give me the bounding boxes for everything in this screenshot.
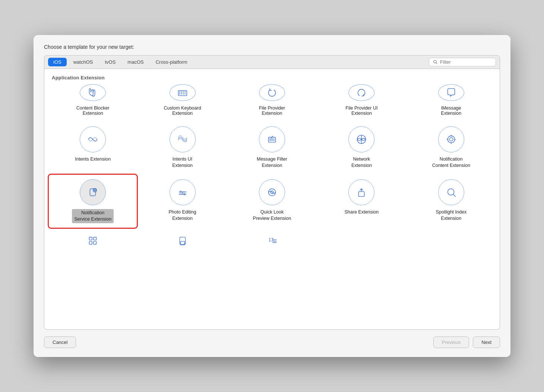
grid4-icon-wrap	[86, 234, 100, 249]
intents-label: Intents Extension	[75, 156, 111, 162]
notification-content-icon	[444, 132, 458, 146]
card-icon-wrap	[175, 234, 190, 249]
partial-item-4[interactable]	[317, 84, 406, 103]
svg-line-1	[436, 63, 437, 64]
photo-editing-icon	[175, 185, 190, 199]
card-icon	[175, 234, 190, 248]
network-label: NetworkExtension	[351, 156, 372, 169]
label-content-blocker: Content BlockerExtension	[48, 103, 137, 121]
tab-crossplatform[interactable]: Cross-platform	[151, 58, 193, 66]
spotlight-icon-wrap	[438, 179, 464, 205]
item-network[interactable]: NetworkExtension	[317, 121, 406, 174]
item-intents[interactable]: Intents Extension	[48, 121, 137, 174]
tab-ios[interactable]: iOS	[48, 58, 67, 66]
list17-icon: 17	[265, 234, 279, 248]
filter-container	[429, 58, 496, 66]
label-file-provider-ui: File Provider UIExtension	[317, 103, 406, 121]
partial-item-3[interactable]	[227, 84, 317, 103]
svg-point-36	[447, 189, 454, 195]
partial-top-row	[44, 84, 500, 103]
svg-rect-34	[359, 192, 364, 196]
notification-content-label: NotificationContent Extension	[432, 156, 470, 169]
tab-watchos[interactable]: watchOS	[68, 58, 98, 66]
photo-editing-label: Photo EditingExtension	[168, 209, 196, 222]
refresh2-partial-icon	[354, 86, 369, 100]
label-imessage: iMessageExtension	[407, 103, 496, 121]
speech-partial-icon	[444, 86, 458, 100]
filter-input[interactable]	[440, 59, 488, 65]
svg-rect-38	[89, 237, 92, 240]
tab-tvos[interactable]: tvOS	[99, 58, 121, 66]
intents-ui-label: Intents UIExtension	[172, 156, 193, 169]
item-spotlight[interactable]: Spotlight IndexExtension	[407, 174, 496, 228]
item-share[interactable]: Share Extension	[317, 174, 406, 228]
svg-rect-40	[89, 241, 92, 244]
dialog: Choose a template for your new target: i…	[34, 35, 510, 357]
partial-item-5[interactable]	[407, 84, 496, 103]
row3-grid: NotificationService Extension Photo Edit…	[44, 174, 500, 228]
notif-service-icon-wrap	[80, 179, 106, 205]
photo-editing-icon-wrap	[170, 179, 196, 205]
message-filter-label: Message FilterExtension	[257, 156, 287, 169]
previous-button[interactable]: Previous	[433, 336, 469, 348]
bottom-item-2[interactable]	[137, 228, 227, 249]
intents-ui-icon-wrap	[170, 126, 196, 152]
item-photo-editing[interactable]: Photo EditingExtension	[137, 174, 227, 228]
refresh-partial-icon	[265, 86, 279, 100]
notification-content-icon-wrap	[438, 126, 464, 152]
svg-line-37	[453, 194, 455, 196]
list17-icon-wrap: 17	[265, 234, 279, 249]
svg-rect-2	[178, 91, 187, 95]
grid4-icon	[86, 234, 100, 248]
message-filter-icon	[265, 132, 279, 146]
cancel-button[interactable]: Cancel	[44, 336, 76, 348]
spotlight-label: Spotlight IndexExtension	[436, 209, 466, 222]
dialog-title: Choose a template for your new target:	[44, 44, 500, 50]
network-icon-wrap	[348, 126, 374, 152]
item-notification-content[interactable]: NotificationContent Extension	[407, 121, 496, 174]
svg-point-0	[434, 60, 436, 63]
spotlight-icon	[444, 185, 458, 199]
item-message-filter[interactable]: Message FilterExtension	[227, 121, 317, 174]
svg-rect-41	[94, 241, 97, 244]
item-notification-service[interactable]: NotificationService Extension	[48, 174, 137, 228]
bottom-item-3[interactable]: 17	[227, 228, 317, 249]
content-area: Application Extension	[44, 69, 500, 330]
tab-macos[interactable]: macOS	[122, 58, 149, 66]
footer-right: Previous Next	[433, 336, 500, 348]
row2-grid: Intents Extension Intents UIExtension	[44, 121, 500, 174]
partial-item-1[interactable]	[48, 84, 137, 103]
quick-look-icon	[265, 185, 279, 199]
bottom-partial-row: 17	[44, 228, 500, 249]
item-intents-ui[interactable]: Intents UIExtension	[137, 121, 227, 174]
item-quick-look[interactable]: Quick LookPreview Extension	[227, 174, 317, 228]
message-filter-icon-wrap	[259, 126, 285, 152]
svg-rect-11	[268, 137, 275, 142]
share-icon-wrap	[348, 179, 374, 205]
notif-service-icon	[86, 185, 100, 199]
intents-icon-wrap	[80, 126, 106, 152]
row1-labels: Content BlockerExtension Custom Keyboard…	[44, 103, 500, 121]
keyboard-partial-icon	[175, 86, 190, 100]
section-header: Application Extension	[44, 73, 500, 84]
intents-ui-icon	[175, 132, 190, 146]
partial-item-2[interactable]	[137, 84, 227, 103]
notif-service-label: NotificationService Extension	[72, 209, 114, 223]
share-label: Share Extension	[345, 209, 379, 215]
network-icon	[354, 132, 369, 146]
svg-text:17: 17	[268, 237, 273, 242]
quick-look-label: Quick LookPreview Extension	[253, 209, 291, 222]
svg-point-17	[447, 136, 455, 143]
label-file-provider: File ProviderExtension	[227, 103, 317, 121]
footer: Cancel Previous Next	[44, 336, 500, 348]
hand-partial-icon	[86, 86, 100, 100]
svg-rect-39	[94, 237, 97, 240]
filter-icon	[433, 60, 438, 64]
svg-point-18	[449, 137, 453, 141]
next-button[interactable]: Next	[473, 336, 500, 348]
bottom-item-1[interactable]	[48, 228, 137, 249]
tabs-bar: iOS watchOS tvOS macOS Cross-platform	[44, 55, 500, 69]
quick-look-icon-wrap	[259, 179, 285, 205]
intents-icon	[86, 132, 100, 146]
label-custom-keyboard: Custom KeyboardExtension	[137, 103, 227, 121]
